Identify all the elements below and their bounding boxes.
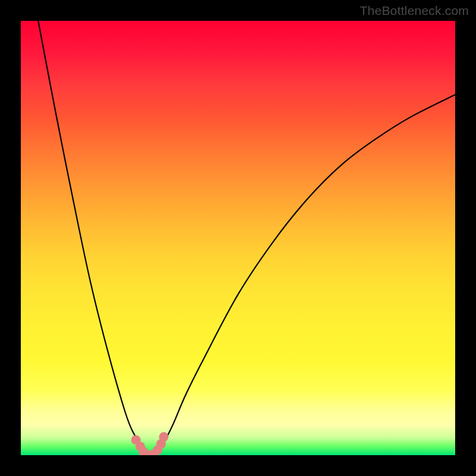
minimum-marker (139, 447, 148, 455)
chart-frame: TheBottleneck.com (0, 0, 476, 476)
minimum-marker (149, 450, 158, 455)
minimum-marker (159, 432, 168, 441)
minimum-markers (131, 432, 168, 455)
attribution-text: TheBottleneck.com (360, 4, 469, 18)
plot-area (21, 21, 455, 455)
minimum-marker (143, 450, 153, 455)
curve-layer (21, 21, 455, 455)
minimum-marker (136, 441, 145, 451)
bottleneck-curve (38, 21, 455, 455)
curve-path (38, 21, 455, 455)
minimum-marker (156, 439, 166, 449)
minimum-marker (131, 435, 140, 444)
minimum-marker (153, 445, 162, 455)
